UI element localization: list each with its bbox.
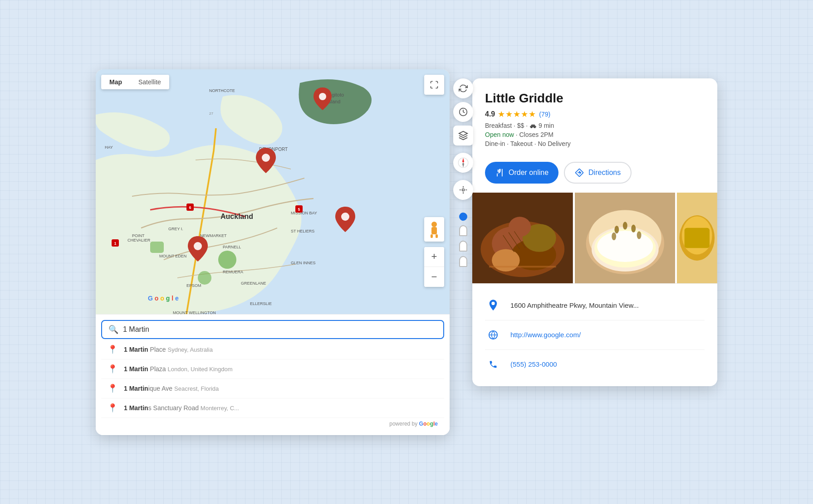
drive-time: 9 min	[539, 122, 554, 129]
globe-icon	[488, 330, 498, 340]
search-box-container: 🔍 📍 1 Martin Place Sydney, Australia 📍 1…	[96, 314, 450, 435]
autocomplete-match: 1 Martin	[124, 404, 148, 412]
autocomplete-item-0[interactable]: 📍 1 Martin Place Sydney, Australia	[101, 340, 444, 359]
autocomplete-rest: Plaza London, United Kingdom	[148, 365, 233, 373]
phone-icon-svg	[489, 359, 498, 369]
svg-text:ELLERSLIE: ELLERSLIE	[250, 301, 272, 306]
svg-text:PARNELL: PARNELL	[223, 245, 241, 249]
autocomplete-item-1[interactable]: 📍 1 Martin Plaza London, United Kingdom	[101, 359, 444, 379]
layers-button[interactable]	[453, 126, 473, 145]
place-info-section: 1600 Amphitheatre Pkwy, Mountain View...…	[472, 284, 717, 386]
autocomplete-match: 1 Martin	[124, 365, 148, 373]
svg-point-65	[637, 231, 641, 239]
pegman-icon	[428, 221, 441, 238]
svg-point-64	[631, 224, 636, 232]
location-pin-icon: 📍	[108, 383, 118, 393]
search-input[interactable]	[123, 325, 437, 334]
svg-text:EPSOM: EPSOM	[186, 283, 201, 288]
place-hours: Open now · Closes 2PM	[485, 131, 705, 138]
autocomplete-rest: Place Sydney, Australia	[148, 346, 213, 353]
svg-point-32	[262, 154, 270, 162]
fullscreen-icon	[430, 80, 439, 89]
svg-text:REMUERA: REMUERA	[223, 270, 243, 274]
compass-button[interactable]	[453, 153, 473, 173]
order-online-button[interactable]: Order online	[485, 162, 558, 184]
svg-text:NEWMARKET: NEWMARKET	[200, 233, 227, 238]
svg-point-42	[462, 189, 465, 191]
map-pin-icon	[488, 300, 498, 311]
map-type-controls: Map Satellite	[101, 75, 169, 89]
waypoints-list	[459, 213, 467, 267]
svg-rect-55	[489, 266, 556, 267]
fork-knife-icon	[495, 168, 504, 177]
photo-2[interactable]	[575, 193, 676, 283]
history-button[interactable]	[453, 102, 473, 122]
category: Breakfast · $$ ·	[485, 122, 529, 129]
map-svg: Auckland DEVONPORT NEWMARKET PARNELL GRE…	[96, 69, 450, 314]
zoom-in-button[interactable]: +	[424, 247, 444, 267]
location-icon	[459, 185, 468, 194]
photo-3[interactable]	[677, 193, 717, 283]
directions-icon	[575, 168, 584, 177]
car-icon	[529, 123, 537, 129]
map-panel: Auckland DEVONPORT NEWMARKET PARNELL GRE…	[96, 69, 450, 435]
zoom-controls: + −	[424, 247, 444, 287]
svg-text:G
          o
          o
    : G o o g l e	[148, 295, 179, 302]
autocomplete-item-3[interactable]: 📍 1 Martins Sanctuary Road Monterrey, C.…	[101, 398, 444, 418]
svg-text:CHEVALIER: CHEVALIER	[127, 238, 151, 242]
svg-text:GREENLANE: GREENLANE	[241, 281, 266, 286]
svg-point-71	[491, 301, 495, 305]
waypoint-3	[459, 241, 467, 252]
location-button[interactable]	[453, 180, 473, 200]
website-text[interactable]: http://www.google.com/	[510, 331, 581, 339]
phone-icon	[485, 356, 501, 373]
map-type-map-btn[interactable]: Map	[101, 75, 130, 89]
phone-text[interactable]: (555) 253-0000	[510, 360, 557, 368]
location-pin-icon: 📍	[108, 344, 118, 354]
waypoint-4	[459, 256, 467, 267]
svg-rect-3	[150, 242, 164, 253]
refresh-button[interactable]	[453, 78, 473, 98]
place-name: Little Griddle	[485, 91, 705, 106]
rating-stars: ★★★★★	[498, 109, 536, 119]
directions-button[interactable]: Directions	[564, 162, 632, 184]
svg-text:6: 6	[189, 205, 191, 210]
map-type-satellite-btn[interactable]: Satellite	[130, 75, 169, 89]
search-icon: 🔍	[108, 325, 118, 334]
svg-point-34	[194, 242, 202, 250]
svg-text:27: 27	[209, 111, 213, 116]
place-meta: Breakfast · $$ · 9 min	[485, 122, 705, 129]
side-controls	[450, 69, 477, 276]
pegman-button[interactable]	[424, 217, 444, 242]
svg-text:NORTHCOTE: NORTHCOTE	[209, 88, 235, 93]
place-header: Little Griddle 4.9 ★★★★★ (79) Breakfast …	[472, 78, 717, 162]
svg-point-62	[614, 225, 619, 233]
svg-point-44	[534, 127, 535, 128]
zoom-out-button[interactable]: −	[424, 267, 444, 287]
svg-text:Auckland: Auckland	[220, 213, 253, 220]
phone-row: (555) 253-0000	[485, 350, 705, 379]
map-fullscreen-button[interactable]	[424, 75, 444, 95]
location-pin-icon: 📍	[108, 403, 118, 413]
svg-point-2	[198, 271, 211, 285]
autocomplete-item-2[interactable]: 📍 1 Martinique Ave Seacrest, Florida	[101, 379, 444, 398]
svg-point-33	[341, 213, 349, 221]
svg-text:HAY: HAY	[105, 145, 113, 150]
autocomplete-rest: s Sanctuary Road Monterrey, C...	[148, 404, 239, 412]
autocomplete-text: 1 Martinique Ave Seacrest, Florida	[124, 385, 219, 392]
svg-text:GREY I.: GREY I.	[168, 227, 183, 231]
svg-text:POINT: POINT	[132, 233, 145, 238]
svg-text:1: 1	[114, 241, 116, 246]
photo-1[interactable]	[472, 193, 573, 283]
autocomplete-match: 1 Martin	[124, 385, 148, 392]
autocomplete-match: 1 Martin	[124, 346, 148, 353]
rating-number: 4.9	[485, 110, 495, 118]
google-logo: Google	[419, 421, 438, 427]
svg-rect-70	[685, 228, 710, 247]
svg-point-1	[218, 251, 236, 269]
svg-rect-38	[431, 234, 433, 238]
search-input-wrapper: 🔍	[101, 320, 444, 339]
address-icon	[485, 297, 501, 314]
map-container: Auckland DEVONPORT NEWMARKET PARNELL GRE…	[96, 69, 450, 314]
svg-point-51	[509, 217, 531, 237]
